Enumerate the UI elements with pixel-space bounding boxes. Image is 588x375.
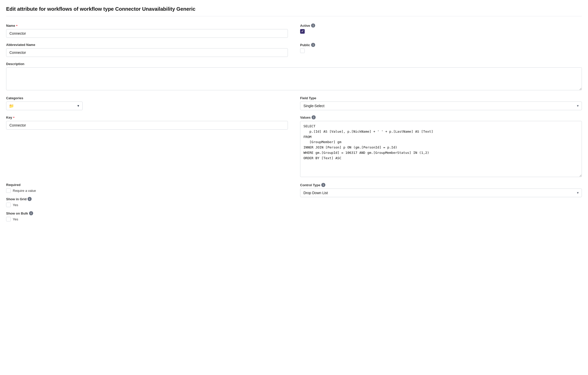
categories-select[interactable] [6, 102, 82, 110]
public-info-icon: i [311, 43, 315, 47]
active-info-icon: i [311, 23, 315, 28]
abbreviated-name-input[interactable] [6, 48, 288, 57]
show-on-bulk-info-icon: i [29, 211, 33, 215]
key-label: Key • [6, 115, 288, 119]
active-label: Active i [300, 23, 582, 28]
show-on-bulk-checkbox[interactable] [6, 217, 11, 221]
required-label: Required [6, 183, 288, 187]
name-required-indicator: • [16, 23, 17, 28]
name-input[interactable] [6, 29, 288, 38]
control-type-select-wrapper: Drop Down List Radio Buttons Check Boxes… [300, 189, 582, 197]
show-in-grid-value-label: Yes [13, 203, 18, 207]
description-label: Description [6, 62, 582, 66]
public-checkbox[interactable] [300, 48, 305, 53]
control-type-label: Control Type i [300, 183, 582, 187]
show-in-grid-checkbox[interactable] [6, 203, 11, 207]
abbreviated-name-label: Abbreviated Name [6, 43, 288, 47]
require-value-label: Require a value [13, 189, 36, 193]
control-type-select[interactable]: Drop Down List Radio Buttons Check Boxes [300, 189, 582, 197]
control-type-info-icon: i [321, 183, 325, 187]
categories-label: Categories [6, 96, 288, 100]
description-textarea[interactable] [6, 67, 582, 90]
show-on-bulk-label: Show on Bulk i [6, 211, 288, 215]
key-input[interactable] [6, 121, 288, 130]
require-value-checkbox[interactable] [6, 188, 11, 193]
values-label: Values i [300, 115, 582, 119]
key-required-indicator: • [13, 115, 15, 119]
field-type-select-wrapper: Single-Select Multi-Select Text Boolean … [300, 102, 582, 110]
page-title: Edit attribute for workflows of workflow… [6, 6, 582, 16]
categories-select-wrapper: 📁 ▼ [6, 102, 83, 110]
show-in-grid-label: Show in Grid i [6, 197, 32, 201]
active-checkbox[interactable] [300, 29, 305, 34]
field-type-select[interactable]: Single-Select Multi-Select Text Boolean [300, 102, 582, 110]
show-in-grid-info-icon: i [28, 197, 32, 201]
values-textarea[interactable]: SELECT p.[Id] AS [Value], p.[NickName] +… [300, 121, 582, 177]
public-label: Public i [300, 43, 582, 47]
values-info-icon: i [312, 115, 316, 119]
name-label: Name • [6, 23, 288, 28]
show-on-bulk-value-label: Yes [13, 217, 18, 221]
field-type-label: Field Type [300, 96, 582, 100]
